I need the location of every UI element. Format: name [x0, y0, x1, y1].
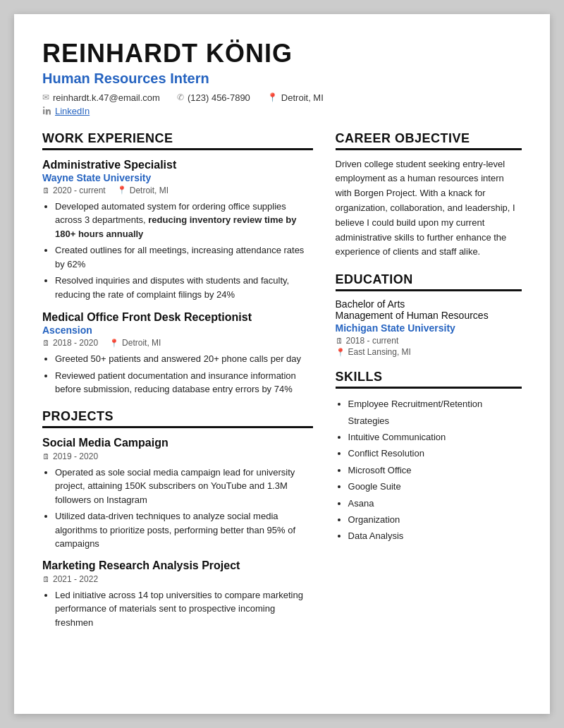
project-1-bullets: Operated as sole social media campaign l…	[42, 466, 313, 551]
edu-field: Management of Human Resources	[336, 310, 522, 321]
job-2-meta: 🗓 2018 - 2020 📍 Detroit, MI	[42, 338, 313, 348]
skill-8: Data Analysis	[348, 528, 522, 544]
location-value: Detroit, MI	[281, 92, 324, 103]
edu-location: 📍 East Lansing, MI	[336, 347, 522, 357]
job-1-meta: 🗓 2020 - current 📍 Detroit, MI	[42, 186, 313, 195]
edu-meta: 🗓 2018 - current 📍 East Lansing, MI	[336, 336, 522, 357]
email-icon: ✉	[42, 92, 49, 102]
job-1-bullets: Developed automated system for ordering …	[42, 200, 313, 302]
contact-row: ✉ reinhardt.k.47@email.com ✆ (123) 456-7…	[42, 92, 522, 103]
job-1: Administrative Specialist Wayne State Un…	[42, 159, 313, 302]
job-1-location: 📍 Detroit, MI	[117, 186, 168, 195]
phone-value: (123) 456-7890	[188, 92, 250, 103]
job-2-bullet-1: Greeted 50+ patients and answered 20+ ph…	[55, 352, 313, 366]
email-contact: ✉ reinhardt.k.47@email.com	[42, 92, 160, 103]
linkedin-icon	[42, 106, 51, 117]
left-column: WORK EXPERIENCE Administrative Specialis…	[42, 131, 313, 643]
job-1-title: Administrative Specialist	[42, 159, 313, 171]
project-1: Social Media Campaign 🗓 2019 - 2020 Oper…	[42, 437, 313, 551]
project-2-meta: 🗓 2021 - 2022	[42, 574, 313, 584]
svg-point-1	[43, 107, 44, 108]
job-1-bullet-2: Created outlines for all meetings, incre…	[55, 243, 313, 271]
job-2-company: Ascension	[42, 324, 313, 336]
skills-list: Employee Recruitment/Retention Strategie…	[336, 396, 522, 545]
skill-7: Organization	[348, 511, 522, 528]
candidate-name: REINHARDT KÖNIG	[42, 40, 522, 68]
candidate-title: Human Resources Intern	[42, 71, 522, 87]
project-1-dates: 🗓 2019 - 2020	[42, 451, 98, 461]
project-2: Marketing Research Analysis Project 🗓 20…	[42, 559, 313, 630]
job-2-bullets: Greeted 50+ patients and answered 20+ ph…	[42, 352, 313, 396]
project-2-title: Marketing Research Analysis Project	[42, 559, 313, 572]
project-2-bullet-1: Led initiative across 14 top universitie…	[55, 588, 313, 630]
projects-title: PROJECTS	[42, 409, 313, 428]
project-1-bullet-2: Utilized data-driven techniques to analy…	[55, 509, 313, 551]
projects-section: PROJECTS Social Media Campaign 🗓 2019 - …	[42, 409, 313, 630]
job-2-bullet-2: Reviewed patient documentation and insur…	[55, 369, 313, 396]
skill-4: Microsoft Office	[348, 462, 522, 478]
project-1-bullet-1: Operated as sole social media campaign l…	[55, 466, 313, 507]
project-2-dates: 🗓 2021 - 2022	[42, 574, 98, 584]
job-1-dates: 🗓 2020 - current	[42, 186, 106, 195]
resume-container: REINHARDT KÖNIG Human Resources Intern ✉…	[14, 14, 550, 714]
project-1-title: Social Media Campaign	[42, 437, 313, 449]
skill-1: Employee Recruitment/Retention Strategie…	[348, 396, 522, 429]
calendar-icon-5: 🗓	[336, 336, 343, 345]
location-icon: 📍	[267, 92, 278, 102]
skill-6: Asana	[348, 495, 522, 511]
job-2-dates: 🗓 2018 - 2020	[42, 338, 98, 348]
project-2-bullets: Led initiative across 14 top universitie…	[42, 588, 313, 630]
job-1-company: Wayne State University	[42, 172, 313, 183]
calendar-icon-3: 🗓	[42, 452, 50, 461]
job-1-bullet-1: Developed automated system for ordering …	[55, 200, 313, 241]
edu-dates: 🗓 2018 - current	[336, 336, 522, 346]
job-2-title: Medical Office Front Desk Receptionist	[42, 311, 313, 324]
project-1-meta: 🗓 2019 - 2020	[42, 451, 313, 461]
skills-section: SKILLS Employee Recruitment/Retention St…	[336, 370, 522, 545]
phone-icon: ✆	[177, 92, 184, 102]
education-title: EDUCATION	[336, 272, 522, 291]
job-2: Medical Office Front Desk Receptionist A…	[42, 311, 313, 396]
work-experience-title: WORK EXPERIENCE	[42, 131, 313, 150]
skill-3: Conflict Resolution	[348, 445, 522, 461]
career-objective-text: Driven college student seeking entry-lev…	[336, 157, 522, 260]
location-contact: 📍 Detroit, MI	[267, 92, 324, 103]
skill-2: Intuitive Communication	[348, 429, 522, 445]
education-section: EDUCATION Bachelor of Arts Management of…	[336, 272, 522, 357]
edu-school: Michigan State University	[336, 322, 522, 334]
linkedin-row: LinkedIn	[42, 106, 522, 117]
pin-icon-2: 📍	[109, 339, 119, 348]
header: REINHARDT KÖNIG Human Resources Intern ✉…	[42, 40, 522, 117]
linkedin-link[interactable]: LinkedIn	[55, 106, 90, 116]
phone-contact: ✆ (123) 456-7890	[177, 92, 250, 103]
job-2-location: 📍 Detroit, MI	[109, 338, 161, 348]
career-objective-section: CAREER OBJECTIVE Driven college student …	[336, 131, 522, 260]
right-column: CAREER OBJECTIVE Driven college student …	[336, 131, 522, 643]
calendar-icon: 🗓	[42, 186, 50, 195]
career-objective-title: CAREER OBJECTIVE	[336, 131, 522, 150]
work-experience-section: WORK EXPERIENCE Administrative Specialis…	[42, 131, 313, 396]
main-layout: WORK EXPERIENCE Administrative Specialis…	[42, 131, 522, 643]
pin-icon-3: 📍	[336, 348, 345, 357]
skills-title: SKILLS	[336, 370, 522, 389]
skill-5: Google Suite	[348, 478, 522, 495]
pin-icon: 📍	[117, 186, 127, 195]
svg-rect-0	[43, 109, 44, 114]
linkedin-contact[interactable]: LinkedIn	[42, 106, 90, 117]
job-1-bullet-3: Resolved inquiries and disputes with stu…	[55, 274, 313, 301]
calendar-icon-2: 🗓	[42, 339, 50, 347]
calendar-icon-4: 🗓	[42, 575, 50, 583]
edu-degree: Bachelor of Arts	[336, 298, 522, 310]
email-value: reinhardt.k.47@email.com	[53, 92, 160, 103]
